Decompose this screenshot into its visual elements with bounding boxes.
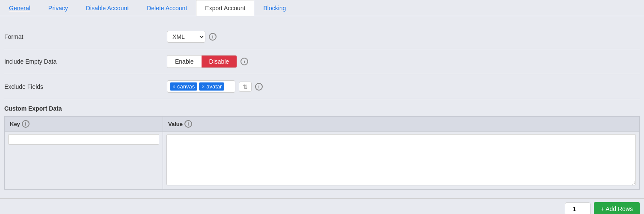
disable-button[interactable]: Disable	[202, 56, 237, 67]
value-cell	[163, 132, 640, 190]
format-label: Format	[4, 33, 167, 40]
tab-disable-account[interactable]: Disable Account	[77, 0, 138, 16]
bottom-bar: + Add Rows	[0, 198, 644, 214]
custom-export-table: Key i Value i	[4, 116, 640, 190]
value-info-icon: i	[184, 120, 192, 128]
tag-canvas-label: canvas	[177, 83, 195, 90]
tab-export-account[interactable]: Export Account	[196, 0, 254, 16]
tab-delete-account[interactable]: Delete Account	[138, 0, 196, 16]
tags-container[interactable]: × canvas × avatar	[167, 80, 235, 93]
format-row: Format XML JSON CSV i	[4, 25, 640, 49]
tabs-bar: General Privacy Disable Account Delete A…	[0, 0, 644, 16]
custom-export-title: Custom Export Data	[4, 99, 640, 116]
tab-blocking[interactable]: Blocking	[254, 0, 295, 16]
tab-privacy[interactable]: Privacy	[39, 0, 77, 16]
key-header: Key i	[5, 117, 163, 132]
format-control: XML JSON CSV i	[167, 31, 217, 43]
tags-sort-button[interactable]: ⇅	[239, 82, 252, 92]
exclude-fields-info-icon: i	[255, 83, 263, 91]
toggle-group: Enable Disable	[167, 55, 237, 68]
add-rows-button[interactable]: + Add Rows	[594, 202, 640, 214]
include-empty-row: Include Empty Data Enable Disable i	[4, 49, 640, 74]
key-input[interactable]	[8, 134, 159, 145]
value-header-label: Value	[168, 121, 183, 127]
exclude-fields-control: × canvas × avatar ⇅ i	[167, 80, 263, 93]
tag-canvas-close[interactable]: ×	[172, 84, 175, 89]
include-empty-control: Enable Disable i	[167, 55, 248, 68]
table-header-row: Key i Value i	[5, 117, 640, 132]
enable-button[interactable]: Enable	[167, 56, 202, 67]
include-empty-info-icon: i	[240, 58, 248, 65]
tag-avatar-label: avatar	[206, 83, 222, 90]
value-header: Value i	[163, 117, 640, 132]
tab-general[interactable]: General	[0, 0, 39, 16]
table-row	[5, 132, 640, 190]
tag-canvas: × canvas	[170, 82, 197, 91]
include-empty-label: Include Empty Data	[4, 58, 167, 65]
exclude-fields-row: Exclude Fields × canvas × avatar ⇅ i	[4, 74, 640, 99]
key-cell	[5, 132, 163, 190]
rows-count-input[interactable]	[565, 202, 591, 214]
key-info-icon: i	[22, 120, 30, 128]
content-area: Format XML JSON CSV i Include Empty Data…	[0, 16, 644, 198]
format-select[interactable]: XML JSON CSV	[167, 31, 205, 43]
tag-avatar: × avatar	[199, 82, 224, 91]
value-input[interactable]	[166, 134, 636, 185]
exclude-fields-label: Exclude Fields	[4, 83, 167, 90]
format-info-icon: i	[209, 33, 217, 41]
key-header-label: Key	[10, 121, 20, 127]
tag-avatar-close[interactable]: ×	[202, 84, 205, 89]
